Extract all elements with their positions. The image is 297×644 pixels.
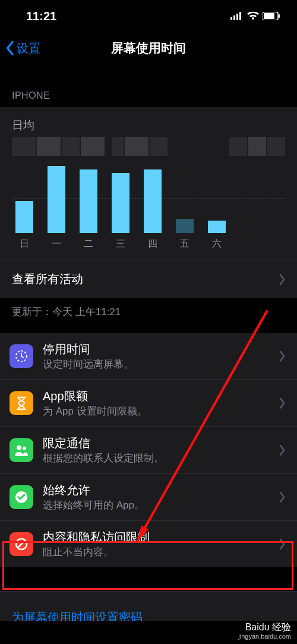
watermark-url: jingyan.baidu.com bbox=[238, 633, 291, 640]
svg-point-8 bbox=[17, 445, 21, 450]
redacted-row bbox=[12, 137, 285, 156]
svg-rect-5 bbox=[264, 13, 274, 19]
watermark-brand: Baidu 经验 bbox=[238, 621, 291, 633]
item-content-privacy[interactable]: 内容和隐私访问限制 阻止不当内容。 bbox=[0, 521, 297, 567]
downtime-icon bbox=[10, 344, 33, 368]
chevron-right-icon bbox=[279, 398, 285, 409]
hourglass-icon bbox=[10, 391, 33, 415]
nav-bar: 设置 屏幕使用时间 bbox=[0, 32, 297, 64]
item-downtime[interactable]: 停用时间 设定时间远离屏幕。 bbox=[0, 333, 297, 380]
svg-rect-3 bbox=[239, 12, 241, 20]
chevron-left-icon bbox=[6, 41, 14, 55]
item-app-limits[interactable]: App限额 为 App 设置时间限额。 bbox=[0, 380, 297, 427]
chevron-right-icon bbox=[279, 351, 285, 362]
chevron-right-icon bbox=[279, 539, 285, 549]
chevron-right-icon bbox=[279, 445, 285, 455]
chart-label: 日均 bbox=[12, 118, 285, 133]
item-communication[interactable]: 限定通信 根据您的联系人设定限制。 bbox=[0, 427, 297, 474]
item-sub: 根据您的联系人设定限制。 bbox=[43, 452, 279, 465]
battery-icon bbox=[263, 12, 280, 20]
svg-rect-2 bbox=[236, 14, 238, 20]
section-header: IPHONE bbox=[0, 64, 297, 107]
svg-line-12 bbox=[18, 541, 25, 548]
wifi-icon bbox=[247, 12, 259, 20]
settings-list: 停用时间 设定时间远离屏幕。 App限额 为 App 设置时间限额。 限定通信 … bbox=[0, 333, 297, 567]
item-title: App限额 bbox=[43, 388, 279, 404]
item-sub: 设定时间远离屏幕。 bbox=[43, 358, 279, 371]
status-time: 11:21 bbox=[26, 10, 56, 23]
back-button[interactable]: 设置 bbox=[0, 40, 40, 56]
item-title: 限定通信 bbox=[43, 435, 279, 451]
item-sub: 为 App 设置时间限额。 bbox=[43, 405, 279, 418]
see-all-activity[interactable]: 查看所有活动 bbox=[0, 260, 297, 298]
svg-point-9 bbox=[23, 447, 26, 450]
chart-axis: 日 一 二 三 四 五 六 bbox=[12, 233, 285, 253]
signal-icon bbox=[230, 12, 244, 20]
passcode-row[interactable]: 为屏幕使用时间设置密码 bbox=[0, 591, 297, 621]
svg-rect-0 bbox=[230, 17, 232, 20]
item-title: 停用时间 bbox=[43, 341, 279, 357]
people-icon bbox=[10, 438, 33, 462]
updated-footer: 更新于：今天 上午11:21 bbox=[0, 298, 297, 333]
svg-rect-6 bbox=[279, 14, 280, 18]
svg-rect-1 bbox=[233, 15, 235, 20]
item-always-allowed[interactable]: 始终允许 选择始终可用的 App。 bbox=[0, 474, 297, 521]
see-all-label: 查看所有活动 bbox=[12, 271, 83, 287]
item-sub: 阻止不当内容。 bbox=[43, 546, 279, 559]
item-sub: 选择始终可用的 App。 bbox=[43, 499, 279, 512]
chevron-right-icon bbox=[279, 492, 285, 502]
usage-chart: 日均 日 一 二 三 四 五 六 bbox=[0, 107, 297, 260]
back-label: 设置 bbox=[17, 40, 40, 56]
passcode-label: 为屏幕使用时间设置密码 bbox=[12, 611, 143, 621]
chevron-right-icon bbox=[279, 274, 285, 285]
item-title: 内容和隐私访问限制 bbox=[43, 529, 279, 545]
item-title: 始终允许 bbox=[43, 482, 279, 498]
status-bar: 11:21 bbox=[0, 0, 297, 32]
page-title: 屏幕使用时间 bbox=[0, 40, 297, 56]
chart-bars bbox=[12, 162, 285, 233]
check-badge-icon bbox=[10, 485, 33, 509]
watermark: Baidu 经验 jingyan.baidu.com bbox=[238, 621, 291, 640]
no-entry-icon bbox=[10, 532, 33, 556]
status-icons bbox=[230, 12, 280, 20]
